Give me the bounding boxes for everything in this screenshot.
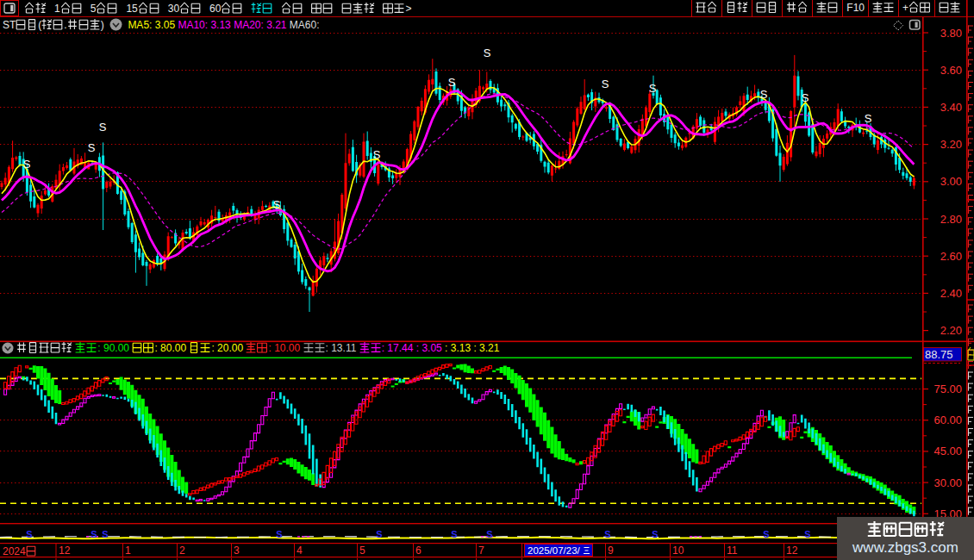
- svg-text:S: S: [26, 529, 32, 539]
- svg-text:3.00: 3.00: [940, 175, 962, 188]
- svg-text:2.60: 2.60: [940, 250, 962, 263]
- svg-text:S: S: [91, 529, 97, 539]
- svg-text:60.00: 60.00: [933, 414, 962, 426]
- svg-text:3.20: 3.20: [940, 138, 962, 151]
- svg-text:S: S: [602, 78, 609, 90]
- svg-text:88.75: 88.75: [925, 348, 953, 361]
- svg-text:S: S: [652, 529, 658, 539]
- svg-text:S: S: [23, 158, 31, 171]
- svg-text:S: S: [802, 91, 809, 104]
- svg-text:S: S: [604, 529, 610, 539]
- svg-text:S: S: [763, 529, 769, 539]
- svg-text:2.80: 2.80: [940, 213, 962, 226]
- svg-text:S: S: [276, 529, 282, 539]
- svg-text:S: S: [484, 47, 491, 59]
- svg-text:S: S: [760, 88, 768, 101]
- svg-text:S: S: [373, 148, 381, 161]
- svg-text:S: S: [865, 112, 872, 125]
- svg-text:3.60: 3.60: [940, 64, 962, 77]
- svg-text:S: S: [804, 529, 810, 539]
- svg-text:S: S: [649, 82, 657, 95]
- svg-text:S: S: [88, 141, 96, 154]
- svg-text:S: S: [376, 529, 382, 539]
- svg-text:45.00: 45.00: [933, 445, 962, 457]
- svg-text:S: S: [102, 529, 108, 539]
- svg-text:S: S: [486, 529, 492, 539]
- svg-text:2.20: 2.20: [940, 324, 962, 337]
- svg-text:2.40: 2.40: [940, 287, 962, 300]
- svg-text:S: S: [273, 198, 281, 211]
- svg-text:S: S: [451, 529, 457, 539]
- svg-text:3.80: 3.80: [940, 27, 962, 40]
- svg-text:S: S: [448, 76, 456, 89]
- svg-text:S: S: [99, 121, 107, 134]
- svg-text:75.00: 75.00: [933, 383, 962, 395]
- svg-text:3.40: 3.40: [940, 101, 962, 114]
- svg-text:30.00: 30.00: [933, 476, 962, 489]
